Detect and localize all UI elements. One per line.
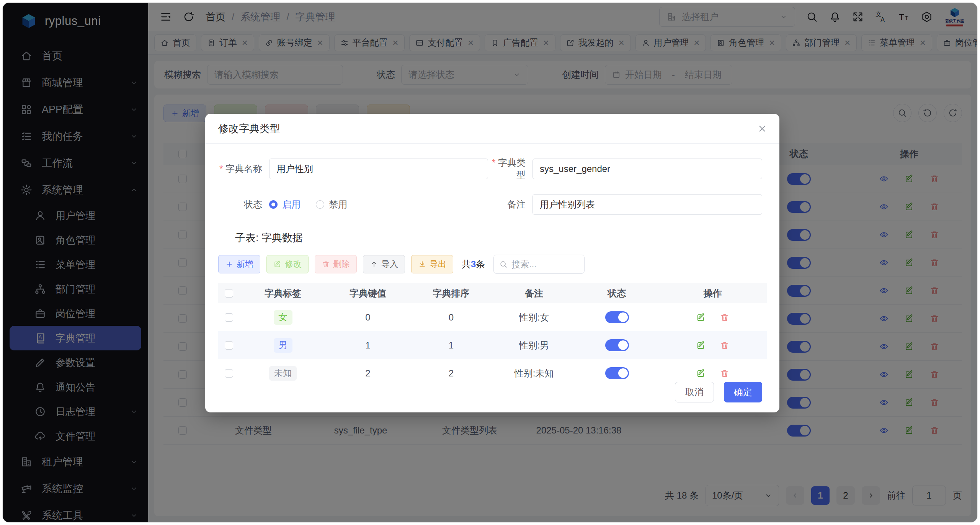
edit-dict-type-modal: 修改字典类型 字典名称 用户性别 字典类型 sys_user_gender 状态…	[205, 114, 779, 412]
search-icon	[499, 260, 508, 268]
action-column-header: 操作	[658, 287, 767, 299]
delete-icon[interactable]	[720, 312, 730, 322]
subtable-section-divider: 子表: 字典数据	[218, 231, 762, 245]
edit-icon	[273, 260, 282, 268]
dict-type-label: 字典类型	[489, 157, 526, 181]
modal-title: 修改字典类型	[218, 122, 280, 136]
edit-icon[interactable]	[696, 368, 706, 378]
radio-enabled[interactable]: 启用	[269, 198, 301, 211]
sub-import-button[interactable]: 导入	[363, 255, 405, 273]
plus-icon	[225, 260, 234, 268]
row-checkbox[interactable]	[225, 313, 233, 322]
dict-sort-cell: 2	[410, 368, 493, 379]
dict-data-table: 字典标签 字典键值 字典排序 备注 状态 操作 女 0 0 性别:女 男 1 1…	[218, 283, 767, 387]
sub-modify-button[interactable]: 修改	[266, 255, 309, 273]
remark-cell: 性别:男	[493, 339, 575, 352]
dict-sort-cell: 1	[410, 340, 493, 351]
form-row-1: 字典名称 用户性别 字典类型 sys_user_gender	[205, 157, 779, 181]
subtable-search-input[interactable]: 搜索...	[493, 255, 585, 274]
confirm-button[interactable]: 确定	[724, 382, 762, 402]
dict-type-input[interactable]: sys_user_gender	[532, 159, 762, 179]
delete-icon[interactable]	[720, 368, 730, 378]
status-radio-group: 启用 禁用	[269, 194, 347, 215]
remark-column-header: 备注	[493, 287, 575, 299]
sub-delete-button[interactable]: 删除	[315, 255, 357, 273]
remark-cell: 性别:女	[493, 311, 575, 324]
radio-disabled[interactable]: 禁用	[316, 198, 347, 211]
arrow-up-icon	[370, 260, 378, 268]
status-column-header: 状态	[575, 287, 658, 299]
cancel-button[interactable]: 取消	[675, 382, 714, 402]
sub-add-button[interactable]: 新增	[218, 255, 260, 273]
edit-icon[interactable]	[696, 312, 706, 322]
sub-export-button[interactable]: 导出	[411, 255, 453, 273]
modal-header: 修改字典类型	[205, 114, 779, 144]
status-toggle[interactable]	[605, 311, 629, 323]
subtable-title: 子表: 字典数据	[235, 231, 303, 245]
modal-footer: 取消 确定	[675, 382, 762, 402]
dict-value-cell: 0	[326, 312, 410, 323]
row-checkbox[interactable]	[225, 369, 233, 378]
dict-value-cell: 2	[326, 368, 410, 379]
subtable-toolbar: 新增 修改 删除 导入 导出 共3条 搜索...	[218, 255, 762, 274]
remark-input[interactable]: 用户性别列表	[532, 194, 762, 215]
dict-sort-cell: 0	[410, 312, 493, 323]
dict-value-cell: 1	[326, 340, 410, 351]
radio-dot-icon	[316, 200, 324, 209]
status-toggle[interactable]	[605, 367, 629, 379]
remark-label: 备注	[489, 198, 526, 211]
subtable-count: 共3条	[462, 258, 485, 270]
delete-icon[interactable]	[720, 340, 730, 350]
select-all-checkbox[interactable]	[225, 289, 233, 298]
dict-name-label: 字典名称	[218, 163, 262, 175]
tag-column-header: 字典标签	[240, 287, 326, 299]
subtable-header-row: 字典标签 字典键值 字典排序 备注 状态 操作	[218, 283, 767, 303]
trash-icon	[322, 260, 330, 268]
form-row-2: 状态 启用 禁用 备注 用户性别列表	[205, 194, 779, 215]
dict-name-input[interactable]: 用户性别	[269, 159, 488, 179]
dict-label-tag: 男	[274, 338, 292, 353]
row-checkbox[interactable]	[225, 341, 233, 350]
dict-label-tag: 未知	[269, 366, 297, 381]
subtable-row: 男 1 1 性别:男	[218, 331, 767, 359]
subtable-row: 女 0 0 性别:女	[218, 303, 767, 331]
status-toggle[interactable]	[605, 339, 629, 351]
dict-label-tag: 女	[274, 310, 292, 325]
radio-dot-icon	[269, 200, 278, 209]
remark-cell: 性别:未知	[493, 367, 575, 379]
app-window: ryplus_uni 首页商城管理APP配置我的任务工作流系统管理用户管理角色管…	[2, 2, 978, 523]
status-label: 状态	[218, 198, 262, 211]
close-icon[interactable]	[757, 124, 767, 134]
arrow-down-icon	[418, 260, 426, 268]
edit-icon[interactable]	[696, 340, 706, 350]
sort-column-header: 字典排序	[410, 287, 493, 299]
value-column-header: 字典键值	[326, 287, 410, 299]
